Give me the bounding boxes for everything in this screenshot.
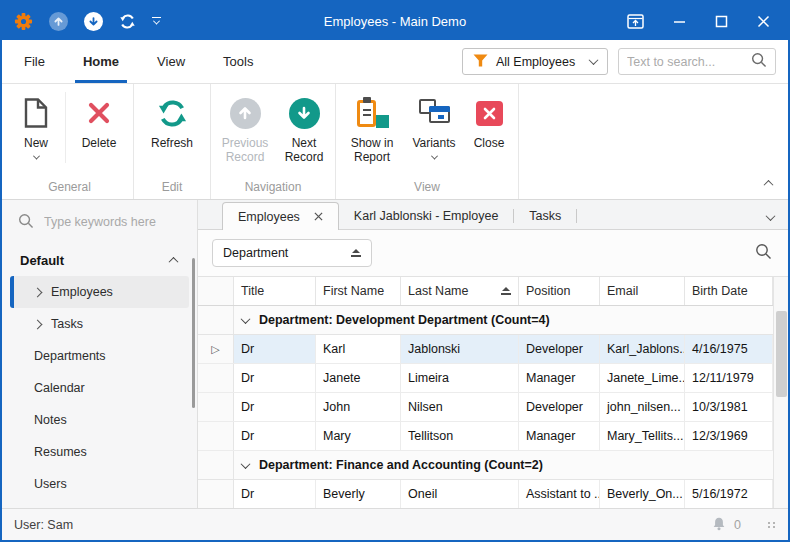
table-cell[interactable]: Dr bbox=[234, 335, 316, 363]
table-row[interactable]: DrJohnNilsenDeveloperjohn_nilsen...10/3/… bbox=[198, 393, 773, 422]
resize-grip[interactable] bbox=[768, 522, 776, 528]
bell-icon[interactable] bbox=[711, 515, 727, 535]
chevron-up-icon bbox=[169, 256, 179, 266]
ribbon-collapse-button[interactable] bbox=[764, 180, 774, 190]
table-cell[interactable]: Nilsen bbox=[401, 393, 519, 421]
document-tabstrip: Employees Karl Jablonski - Employee Task… bbox=[198, 200, 788, 230]
doc-tab-employees[interactable]: Employees bbox=[222, 202, 339, 230]
table-cell[interactable]: Developer bbox=[519, 335, 600, 363]
table-cell[interactable]: Limeira bbox=[401, 364, 519, 392]
sort-ascending-icon bbox=[351, 249, 361, 257]
show-in-report-button[interactable]: Show in Report bbox=[339, 90, 405, 165]
table-cell[interactable]: 10/3/1981 bbox=[685, 393, 773, 421]
table-cell[interactable]: john_nilsen... bbox=[600, 393, 685, 421]
app-gear-icon[interactable] bbox=[14, 12, 33, 31]
display-mode-icon[interactable] bbox=[627, 14, 644, 29]
table-cell[interactable]: Dr bbox=[234, 422, 316, 450]
sidebar-search-input[interactable] bbox=[44, 215, 183, 229]
table-cell[interactable]: Manager bbox=[519, 364, 600, 392]
table-cell[interactable]: Karl_Jablons... bbox=[600, 335, 685, 363]
close-view-button[interactable]: Close bbox=[463, 90, 515, 150]
tab-view[interactable]: View bbox=[153, 40, 189, 83]
doc-tab-karl-jablonski[interactable]: Karl Jablonski - Employee bbox=[339, 203, 514, 229]
table-cell[interactable]: Karl bbox=[316, 335, 401, 363]
group-by-chip-department[interactable]: Department bbox=[212, 239, 372, 267]
column-header-first-name[interactable]: First Name bbox=[316, 277, 401, 305]
row-indicator-cell bbox=[198, 451, 234, 479]
table-cell[interactable]: Jablonski bbox=[401, 335, 519, 363]
sidebar-item-employees[interactable]: Employees bbox=[10, 276, 189, 308]
chevron-right-icon bbox=[33, 287, 43, 297]
sidebar-scrollbar-thumb[interactable] bbox=[192, 258, 195, 408]
refresh-button[interactable]: Refresh bbox=[137, 90, 207, 150]
qat-refresh-icon[interactable] bbox=[119, 13, 136, 30]
grid-search-button[interactable] bbox=[755, 243, 772, 263]
sidebar-item-calendar[interactable]: Calendar bbox=[10, 372, 189, 404]
minimize-icon[interactable] bbox=[673, 15, 686, 28]
table-cell[interactable]: Mary_Tellits... bbox=[600, 422, 685, 450]
column-header-birth-date[interactable]: Birth Date bbox=[685, 277, 773, 305]
table-cell[interactable]: Oneil bbox=[401, 480, 519, 508]
variants-button[interactable]: Variants bbox=[405, 90, 463, 160]
quick-access-toolbar bbox=[14, 12, 161, 31]
chevron-down-icon bbox=[241, 314, 251, 324]
sidebar-item-resumes[interactable]: Resumes bbox=[10, 436, 189, 468]
column-header-title[interactable]: Title bbox=[234, 277, 316, 305]
table-cell[interactable]: Assistant to ... bbox=[519, 480, 600, 508]
column-header-email[interactable]: Email bbox=[600, 277, 685, 305]
table-row[interactable]: DrJaneteLimeiraManagerJanete_Lime...12/1… bbox=[198, 364, 773, 393]
column-header-position[interactable]: Position bbox=[519, 277, 600, 305]
chevron-down-icon bbox=[32, 153, 39, 160]
sidebar-section-default[interactable]: Default bbox=[2, 244, 197, 276]
table-cell[interactable]: Developer bbox=[519, 393, 600, 421]
group-row-label: Department: Finance and Accounting (Coun… bbox=[259, 458, 543, 472]
table-cell[interactable]: Beverly_On... bbox=[600, 480, 685, 508]
group-row[interactable]: Department: Finance and Accounting (Coun… bbox=[198, 451, 773, 480]
table-cell[interactable]: Dr bbox=[234, 393, 316, 421]
grid-scrollbar[interactable] bbox=[773, 277, 788, 508]
sidebar-item-users[interactable]: Users bbox=[10, 468, 189, 500]
new-button[interactable]: New bbox=[9, 90, 63, 160]
table-cell[interactable]: 12/3/1969 bbox=[685, 422, 773, 450]
chevron-right-icon bbox=[33, 319, 43, 329]
table-cell[interactable]: Janete bbox=[316, 364, 401, 392]
table-row[interactable]: ▷DrKarlJablonskiDeveloperKarl_Jablons...… bbox=[198, 335, 773, 364]
statusbar: User: Sam 0 bbox=[2, 508, 788, 540]
sidebar-item-notes[interactable]: Notes bbox=[10, 404, 189, 436]
qat-next-record-icon[interactable] bbox=[84, 12, 103, 31]
delete-button[interactable]: Delete bbox=[68, 90, 130, 150]
table-cell[interactable]: Manager bbox=[519, 422, 600, 450]
employee-filter-dropdown[interactable]: All Employees bbox=[462, 48, 608, 75]
qat-customize-icon[interactable] bbox=[152, 17, 161, 26]
table-cell[interactable]: 12/11/1979 bbox=[685, 364, 773, 392]
group-row[interactable]: Department: Development Department (Coun… bbox=[198, 306, 773, 335]
table-cell[interactable]: 5/16/1972 bbox=[685, 480, 773, 508]
table-cell[interactable]: Janete_Lime... bbox=[600, 364, 685, 392]
tab-close-icon[interactable] bbox=[314, 211, 323, 223]
table-cell[interactable]: Mary bbox=[316, 422, 401, 450]
ribbon-group-caption: View bbox=[336, 175, 518, 199]
next-record-button[interactable]: Next Record bbox=[276, 90, 332, 165]
tab-home[interactable]: Home bbox=[79, 40, 123, 83]
doc-tab-tasks[interactable]: Tasks bbox=[514, 203, 576, 229]
table-cell[interactable]: Dr bbox=[234, 364, 316, 392]
sidebar-item-departments[interactable]: Departments bbox=[10, 340, 189, 372]
table-cell[interactable]: John bbox=[316, 393, 401, 421]
search-input[interactable] bbox=[627, 55, 745, 69]
tab-file[interactable]: File bbox=[20, 40, 49, 83]
table-row[interactable]: DrMaryTellitsonManagerMary_Tellits...12/… bbox=[198, 422, 773, 451]
tab-tools[interactable]: Tools bbox=[219, 40, 257, 83]
sidebar-item-tasks[interactable]: Tasks bbox=[10, 308, 189, 340]
table-cell[interactable]: Tellitson bbox=[401, 422, 519, 450]
table-cell[interactable]: Beverly bbox=[316, 480, 401, 508]
ribbon-tab-row: File Home View Tools All Employees bbox=[2, 40, 788, 84]
table-cell[interactable]: 4/16/1975 bbox=[685, 335, 773, 363]
close-icon[interactable] bbox=[757, 15, 770, 28]
column-header-last-name[interactable]: Last Name bbox=[401, 277, 519, 305]
maximize-icon[interactable] bbox=[715, 15, 728, 28]
tab-list-dropdown-button[interactable] bbox=[766, 211, 776, 221]
previous-record-icon bbox=[230, 95, 261, 131]
table-row[interactable]: DrBeverlyOneilAssistant to ...Beverly_On… bbox=[198, 480, 773, 508]
table-cell[interactable]: Dr bbox=[234, 480, 316, 508]
grid-scrollbar-thumb[interactable] bbox=[776, 311, 787, 397]
